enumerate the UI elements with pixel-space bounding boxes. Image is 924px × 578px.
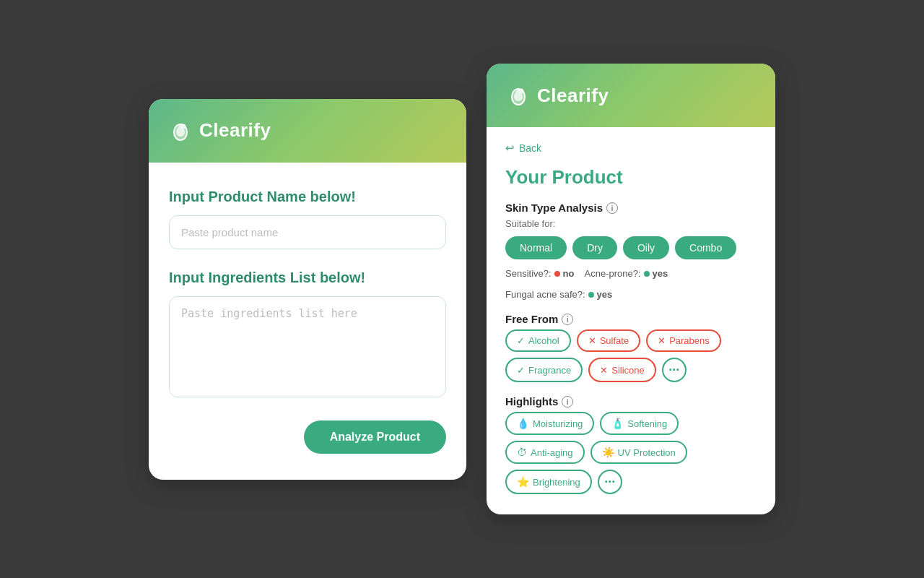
svg-point-1 xyxy=(181,124,186,129)
fungal-safe-value: yes xyxy=(597,289,613,300)
skin-type-info-icon[interactable]: i xyxy=(606,202,618,214)
skin-type-label: Skin Type Analysis xyxy=(505,202,603,214)
skin-attributes: Sensitive?: no Acne-prone?: yes Fungal a… xyxy=(505,268,757,300)
free-from-more-button[interactable]: ··· xyxy=(662,358,687,382)
highlight-softening: 🧴 Softening xyxy=(600,412,679,435)
suitable-for-label: Suitable for: xyxy=(505,218,757,229)
free-tag-sulfate-label: Sulfate xyxy=(600,335,629,346)
highlights-tags: 💧 Moisturizing 🧴 Softening ⏱ Anti-aging … xyxy=(505,412,757,494)
app-name-left: Clearify xyxy=(199,119,271,142)
analyze-button[interactable]: Analyze Product xyxy=(304,420,446,454)
sensitive-dot xyxy=(554,271,560,277)
free-tag-alcohol: ✓ Alcohol xyxy=(505,329,571,352)
highlight-brightening: ⭐ Brightening xyxy=(505,470,592,494)
back-arrow-icon: ↩ xyxy=(505,142,515,155)
fungal-safe-dot xyxy=(588,292,594,298)
right-card-header: Clearify xyxy=(487,64,775,127)
back-label: Back xyxy=(519,142,541,154)
logo-icon-right xyxy=(507,84,530,107)
product-name-title: Input Product Name below! xyxy=(169,189,446,205)
free-from-label: Free From xyxy=(505,313,558,325)
right-card: Clearify ↩ Back Your Product Skin Type A… xyxy=(487,64,775,514)
app-name-right: Clearify xyxy=(537,85,609,107)
product-name-input[interactable] xyxy=(169,215,446,249)
free-tag-silicone-label: Silicone xyxy=(611,365,645,376)
free-tag-parabens-label: Parabens xyxy=(669,335,710,346)
x-icon-sulfate: ✕ xyxy=(588,335,596,346)
free-tag-alcohol-label: Alcohol xyxy=(528,335,559,346)
check-icon-alcohol: ✓ xyxy=(517,335,525,346)
highlights-more-button[interactable]: ··· xyxy=(598,470,622,494)
moisturizing-icon: 💧 xyxy=(517,418,529,429)
sensitive-attr: Sensitive?: no xyxy=(505,268,574,279)
skin-tag-oily: Oily xyxy=(623,236,669,259)
x-icon-parabens: ✕ xyxy=(658,335,666,346)
free-tag-fragrance: ✓ Fragrance xyxy=(505,358,583,382)
highlight-moisturizing: 💧 Moisturizing xyxy=(505,412,594,435)
acne-prone-dot xyxy=(644,271,650,277)
uv-protection-label: UV Protection xyxy=(618,447,676,458)
free-from-tags: ✓ Alcohol ✕ Sulfate ✕ Parabens ✓ Fragran… xyxy=(505,329,757,382)
moisturizing-label: Moisturizing xyxy=(533,418,583,429)
fungal-safe-label: Fungal acne safe?: xyxy=(505,289,585,300)
back-button[interactable]: ↩ Back xyxy=(505,142,757,155)
highlights-info-icon[interactable]: i xyxy=(562,396,573,407)
free-from-heading: Free From i xyxy=(505,313,757,325)
acne-prone-attr: Acne-prone?: yes xyxy=(584,268,668,279)
free-tag-fragrance-label: Fragrance xyxy=(528,365,571,376)
free-tag-sulfate: ✕ Sulfate xyxy=(577,329,640,352)
highlights-heading: Highlights i xyxy=(505,395,757,407)
skin-tag-normal: Normal xyxy=(505,236,567,259)
sensitive-label: Sensitive?: xyxy=(505,268,552,279)
free-tag-silicone: ✕ Silicone xyxy=(588,358,656,382)
sensitive-value: no xyxy=(563,268,575,279)
skin-type-tags: Normal Dry Oily Combo xyxy=(505,236,757,259)
svg-point-3 xyxy=(519,89,523,93)
antiaging-label: Anti-aging xyxy=(531,447,573,458)
logo-icon xyxy=(169,119,192,142)
highlight-uv-protection: ☀️ UV Protection xyxy=(590,441,687,464)
check-icon-fragrance: ✓ xyxy=(517,365,525,376)
antiaging-icon: ⏱ xyxy=(517,447,527,458)
ingredients-textarea[interactable] xyxy=(169,296,446,397)
skin-type-heading: Skin Type Analysis i xyxy=(505,202,757,214)
left-card-header: Clearify xyxy=(149,99,466,163)
fungal-safe-attr: Fungal acne safe?: yes xyxy=(505,289,612,300)
free-tag-parabens: ✕ Parabens xyxy=(646,329,721,352)
acne-prone-label: Acne-prone?: xyxy=(584,268,640,279)
highlights-label: Highlights xyxy=(505,395,558,407)
brightening-icon: ⭐ xyxy=(517,476,529,488)
free-from-info-icon[interactable]: i xyxy=(562,314,573,325)
acne-prone-value: yes xyxy=(653,268,668,279)
softening-icon: 🧴 xyxy=(611,418,624,429)
uv-protection-icon: ☀️ xyxy=(602,447,614,458)
product-title: Your Product xyxy=(505,166,757,189)
brightening-label: Brightening xyxy=(533,477,580,488)
x-icon-silicone: ✕ xyxy=(600,365,608,376)
ingredients-title: Input Ingredients List below! xyxy=(169,269,446,286)
highlight-antiaging: ⏱ Anti-aging xyxy=(505,441,585,464)
left-card: Clearify Input Product Name below! Input… xyxy=(149,99,466,480)
skin-tag-combo: Combo xyxy=(675,236,736,259)
skin-tag-dry: Dry xyxy=(572,236,617,259)
softening-label: Softening xyxy=(627,418,667,429)
